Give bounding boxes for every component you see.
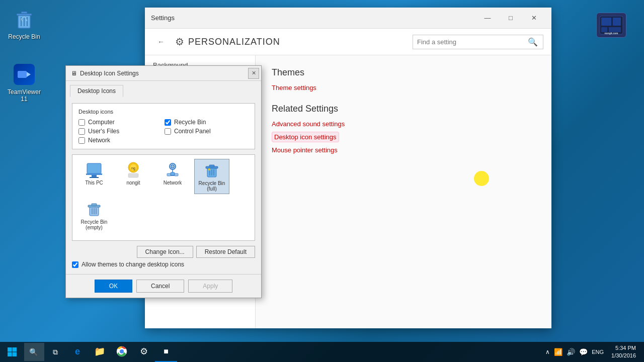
icon-item-nongit[interactable]: ng nongit xyxy=(116,159,151,194)
icon-item-this-pc[interactable]: This PC xyxy=(76,159,112,194)
svg-rect-1 xyxy=(17,14,32,16)
tray-chevron[interactable]: ∧ xyxy=(544,348,551,355)
this-pc-label: This PC xyxy=(85,180,103,186)
change-icon-button[interactable]: Change Icon... xyxy=(137,246,193,258)
icons-row-1: This PC ng xyxy=(76,159,251,194)
svg-rect-21 xyxy=(128,173,138,177)
search-icon: 🔍 xyxy=(528,37,538,47)
recycle-bin-checkbox[interactable] xyxy=(165,119,171,126)
recycle-full-icon xyxy=(203,161,221,179)
active-app[interactable]: ■ xyxy=(155,342,177,362)
mouse-pointer-link[interactable]: Mouse pointer settings xyxy=(272,146,535,154)
icons-grid: This PC ng xyxy=(72,154,255,241)
gear-icon: ⚙ xyxy=(175,36,184,48)
recycle-bin-label: Recycle Bin xyxy=(8,33,40,40)
computer-label: Computer xyxy=(88,119,115,126)
taskbar-tray: ∧ 📶 🔊 💬 ENG xyxy=(544,348,605,356)
tray-volume[interactable]: 🔊 xyxy=(565,348,577,356)
network-checkbox[interactable] xyxy=(78,137,85,144)
taskbar-time-text: 5:34 PM xyxy=(611,344,636,352)
desktop: Recycle Bin TeamViewer 11 nongit.com xyxy=(0,0,644,362)
svg-rect-45 xyxy=(8,352,12,357)
svg-rect-32 xyxy=(209,165,214,167)
checkbox-network: Network xyxy=(78,137,163,144)
dialog-footer: OK Cancel Apply xyxy=(66,274,261,298)
allow-themes-row: Allow themes to change desktop icons xyxy=(72,261,255,268)
allow-themes-checkbox[interactable] xyxy=(72,261,78,268)
back-button[interactable]: ← xyxy=(153,34,169,50)
tray-network[interactable]: 📶 xyxy=(552,348,564,356)
restore-default-button[interactable]: Restore Default xyxy=(196,246,255,258)
personalization-title: PERSONALIZATION xyxy=(188,37,280,47)
explorer-icon: 📁 xyxy=(94,346,105,357)
network-label: Network xyxy=(88,137,110,144)
taskbar-datetime[interactable]: 5:34 PM 1/30/2016 xyxy=(607,344,640,360)
svg-marker-7 xyxy=(27,72,31,77)
checkboxes-grid: Computer Recycle Bin User's Files C xyxy=(78,119,249,144)
svg-rect-43 xyxy=(8,347,12,352)
chrome-app[interactable] xyxy=(111,342,133,362)
minimize-button[interactable]: — xyxy=(476,10,499,26)
desktop-icon-settings-link[interactable]: Desktop icon settings xyxy=(272,132,339,142)
checkbox-control-panel: Control Panel xyxy=(165,128,249,135)
ok-button[interactable]: OK xyxy=(95,280,132,293)
advanced-sound-link[interactable]: Advanced sound settings xyxy=(272,120,535,128)
recycle-bin-icon xyxy=(12,7,36,31)
users-files-label: User's Files xyxy=(88,128,119,135)
explorer-app[interactable]: 📁 xyxy=(89,342,111,362)
svg-rect-28 xyxy=(167,173,171,176)
svg-point-48 xyxy=(120,349,124,353)
settings-app[interactable]: ⚙ xyxy=(133,342,155,362)
dialog-title-text: Desktop Icon Settings xyxy=(80,70,139,77)
themes-title: Themes xyxy=(272,67,535,78)
svg-rect-36 xyxy=(208,168,210,170)
edge-app[interactable]: e xyxy=(66,342,89,362)
search-input[interactable] xyxy=(417,38,528,46)
dialog-icon: 🖥 xyxy=(71,70,77,77)
titlebar-controls: — □ ✕ xyxy=(476,10,545,26)
taskbar-search-icon: 🔍 xyxy=(29,348,38,356)
svg-rect-46 xyxy=(13,352,17,357)
teamviewer-icon xyxy=(12,62,36,86)
recycle-empty-icon xyxy=(85,200,103,218)
desktop-icons-label: Desktop icons xyxy=(78,109,249,115)
recycle-empty-label: Recycle Bin (empty) xyxy=(78,219,110,230)
computer-checkbox[interactable] xyxy=(78,119,85,126)
active-app-icon: ■ xyxy=(164,347,169,356)
desktop-icon-settings-dialog: 🖥 Desktop Icon Settings ✕ Desktop Icons … xyxy=(65,65,262,298)
desktop-icon-recycle-bin[interactable]: Recycle Bin xyxy=(4,5,44,42)
taskbar-search[interactable]: 🔍 xyxy=(24,343,44,361)
dialog-close-button[interactable]: ✕ xyxy=(248,68,259,79)
taskbar-right: ∧ 📶 🔊 💬 ENG 5:34 PM 1/30/2016 xyxy=(544,344,644,360)
svg-rect-22 xyxy=(171,172,175,175)
settings-title-text: Settings xyxy=(151,14,175,22)
close-button[interactable]: ✕ xyxy=(522,10,545,26)
desktop-icons-tab[interactable]: Desktop Icons xyxy=(70,85,123,97)
themes-section: Themes Theme settings xyxy=(272,67,535,92)
start-button[interactable] xyxy=(0,342,24,362)
windows-icon xyxy=(7,347,17,357)
tray-message[interactable]: 💬 xyxy=(578,348,589,356)
svg-rect-17 xyxy=(90,177,99,178)
icon-item-network[interactable]: Network xyxy=(155,159,190,194)
taskbar-date-text: 1/30/2016 xyxy=(611,352,636,359)
apply-button[interactable]: Apply xyxy=(188,280,232,293)
icon-item-recycle-empty[interactable]: Recycle Bin (empty) xyxy=(76,198,112,232)
nongit-watermark: nongit.com xyxy=(584,5,639,45)
taskbar: 🔍 ⧉ e 📁 ⚙ ■ ∧ � xyxy=(0,342,644,362)
users-files-checkbox[interactable] xyxy=(78,128,85,135)
search-bar[interactable]: 🔍 xyxy=(413,35,543,49)
theme-settings-link[interactable]: Theme settings xyxy=(272,84,535,92)
desktop-icons-section: Desktop icons Computer Recycle Bin Us xyxy=(72,103,255,149)
tray-lang[interactable]: ENG xyxy=(590,349,605,355)
cancel-button[interactable]: Cancel xyxy=(136,280,184,293)
control-panel-label: Control Panel xyxy=(174,128,211,135)
related-settings-section: Related Settings Advanced sound settings… xyxy=(272,104,535,154)
control-panel-checkbox[interactable] xyxy=(165,128,171,135)
desktop-icon-teamviewer[interactable]: TeamViewer 11 xyxy=(4,60,44,105)
task-view-button[interactable]: ⧉ xyxy=(44,342,66,362)
back-arrow-icon: ← xyxy=(157,38,165,46)
icon-item-recycle-full[interactable]: Recycle Bin (full) xyxy=(194,159,229,194)
svg-text:nongit.com: nongit.com xyxy=(605,32,618,35)
maximize-button[interactable]: □ xyxy=(499,10,522,26)
